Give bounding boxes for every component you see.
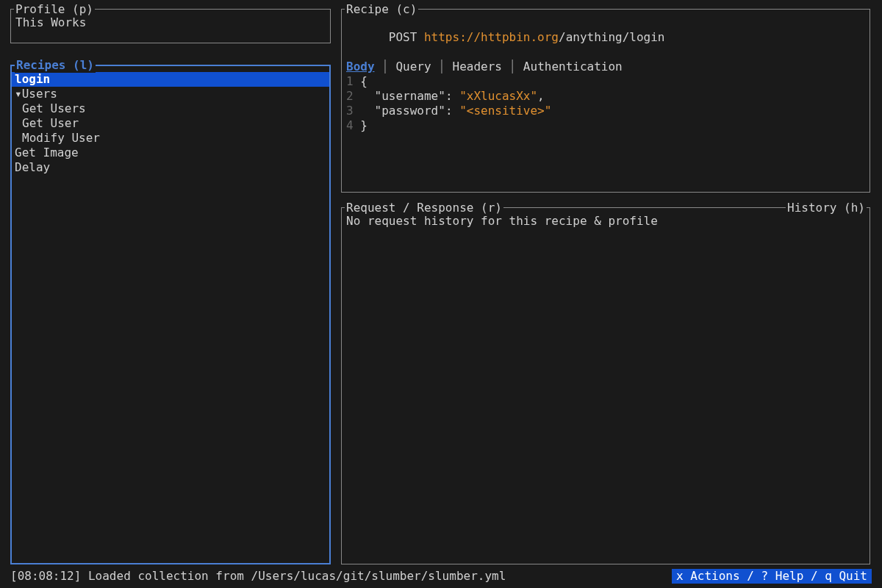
line-number: 2 (346, 89, 354, 103)
line-number: 1 (346, 74, 354, 88)
history-title: History (h) (786, 201, 867, 215)
recipe-item-get-image[interactable]: Get Image (12, 146, 329, 160)
line-number: 4 (346, 118, 354, 132)
body-text: } (354, 118, 368, 132)
json-key: "username" (354, 89, 445, 103)
recipe-tabs: Body │ Query │ Headers │ Authentication (346, 60, 865, 74)
tab-separator: │ (375, 60, 396, 74)
tab-separator: │ (502, 60, 523, 74)
status-actions[interactable]: x Actions / ? Help / q Quit (672, 569, 872, 584)
recipes-pane[interactable]: Recipes (l) login▾UsersGet UsersGet User… (10, 65, 331, 564)
status-bar: [08:08:12] Loaded collection from /Users… (10, 569, 872, 584)
reqres-title: Request / Response (r) (345, 201, 503, 215)
request-response-pane[interactable]: Request / Response (r) History (h) No re… (341, 207, 870, 564)
tab-query[interactable]: Query (395, 60, 431, 74)
recipe-item-modify-user[interactable]: Modify User (12, 131, 329, 146)
recipes-list: login▾UsersGet UsersGet UserModify UserG… (12, 66, 329, 175)
http-method: POST (389, 30, 417, 44)
url-host: https://httpbin.org (424, 30, 559, 44)
status-message: Loaded collection from /Users/lucas/git/… (88, 569, 506, 583)
line-number: 3 (346, 104, 354, 118)
json-key: "password" (354, 104, 445, 118)
recipe-detail-pane[interactable]: Recipe (c) POST https://httpbin.org/anyt… (341, 9, 870, 193)
tab-separator: │ (431, 60, 453, 74)
tab-authentication[interactable]: Authentication (523, 60, 623, 74)
json-value: "<sensitive>" (459, 104, 551, 118)
recipe-item-delay[interactable]: Delay (12, 160, 329, 175)
recipe-item-get-users[interactable]: Get Users (12, 101, 329, 116)
profile-pane[interactable]: Profile (p) This Works (10, 9, 331, 43)
body-text: { (354, 74, 368, 88)
tab-headers[interactable]: Headers (453, 60, 502, 74)
json-comma: , (537, 89, 545, 103)
json-colon: : (445, 104, 459, 118)
profile-pane-title: Profile (p) (14, 2, 95, 17)
json-value: "xXlucasXx" (459, 89, 537, 103)
tab-body[interactable]: Body (346, 60, 375, 74)
empty-history-message: No request history for this recipe & pro… (346, 214, 658, 228)
recipes-pane-title: Recipes (l) (15, 58, 96, 73)
status-timestamp: [08:08:12] (10, 569, 81, 583)
recipe-detail-title: Recipe (c) (345, 2, 418, 17)
recipe-item-login[interactable]: login (12, 72, 329, 87)
url-path: /anything/login (559, 30, 665, 44)
body-content: 1 { 2 "username": "xXlucasXx", 3 "passwo… (346, 74, 865, 133)
json-colon: : (445, 89, 459, 103)
request-line: POST https://httpbin.org/anything/login (346, 15, 865, 60)
profile-value: This Works (15, 15, 86, 29)
recipe-item-users[interactable]: ▾Users (12, 87, 329, 101)
recipe-item-get-user[interactable]: Get User (12, 116, 329, 131)
